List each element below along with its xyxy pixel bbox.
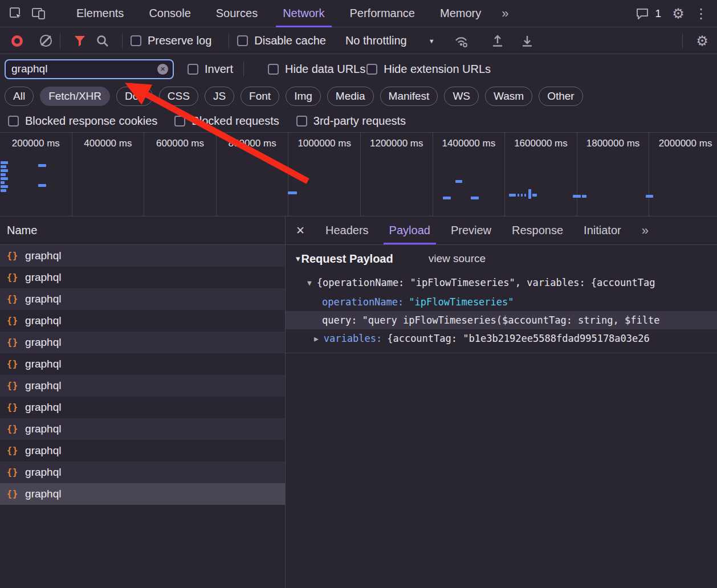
tab-sources[interactable]: Sources — [203, 0, 270, 27]
invert-checkbox[interactable] — [188, 64, 198, 75]
hide-extension-urls-checkbox[interactable] — [366, 64, 377, 75]
payload-value: {accountTag: "b1e3b2192ee5588fdad995178a… — [387, 333, 650, 344]
third-party-requests-checkbox[interactable] — [296, 116, 307, 126]
hide-extension-urls-label: Hide extension URLs — [384, 63, 491, 76]
payload-root-row[interactable]: ▼ {operationName: "ipFlowTimeseries", va… — [286, 272, 717, 293]
request-row[interactable]: {}graphql — [0, 288, 285, 310]
hide-extension-urls-group: Hide extension URLs — [366, 63, 491, 76]
request-name: graphql — [25, 488, 61, 500]
blocked-response-cookies-label: Blocked response cookies — [25, 115, 157, 128]
request-row[interactable]: {}graphql — [0, 353, 285, 375]
network-conditions-icon[interactable] — [450, 30, 472, 52]
network-settings-gear-icon[interactable]: ⚙ — [691, 30, 714, 52]
json-resource-icon: {} — [7, 337, 18, 348]
request-row[interactable]: {}graphql — [0, 332, 285, 353]
request-name: graphql — [25, 358, 61, 370]
pill-img[interactable]: Img — [286, 87, 321, 106]
request-row[interactable]: {}graphql — [0, 245, 285, 267]
close-detail-icon[interactable]: ✕ — [286, 217, 315, 245]
tab-initiator[interactable]: Initiator — [573, 217, 632, 244]
json-resource-icon: {} — [7, 489, 18, 499]
name-column-header[interactable]: Name — [0, 217, 285, 245]
tab-headers[interactable]: Headers — [315, 217, 379, 244]
tab-console[interactable]: Console — [136, 0, 203, 27]
more-options-icon[interactable]: ⋮ — [690, 2, 712, 25]
json-resource-icon: {} — [7, 446, 18, 456]
request-row-selected[interactable]: {}graphql — [0, 483, 285, 505]
clear-filter-icon[interactable]: ✕ — [157, 64, 168, 75]
tab-network[interactable]: Network — [270, 0, 337, 27]
preserve-log-checkbox[interactable] — [131, 35, 141, 46]
payload-key: operationName: — [322, 296, 404, 308]
pill-doc[interactable]: Doc — [116, 87, 153, 106]
third-party-requests-group: 3rd-party requests — [296, 115, 406, 128]
view-source-link[interactable]: view source — [429, 252, 486, 265]
pill-fetch-xhr[interactable]: Fetch/XHR — [40, 87, 110, 106]
dropdown-caret-icon: ▼ — [429, 38, 435, 44]
blocked-requests-checkbox[interactable] — [174, 116, 185, 126]
import-har-icon[interactable] — [486, 30, 509, 52]
collapse-node-icon[interactable]: ▼ — [307, 279, 312, 287]
expand-node-icon[interactable]: ▶ — [314, 334, 319, 343]
divider — [229, 34, 229, 48]
pill-css[interactable]: CSS — [159, 87, 198, 106]
export-har-icon[interactable] — [516, 30, 539, 52]
throttling-select[interactable]: No throttling ▼ — [345, 34, 435, 47]
request-row[interactable]: {}graphql — [0, 267, 285, 288]
throttling-value: No throttling — [345, 34, 407, 47]
clear-network-log-icon[interactable] — [40, 35, 52, 47]
blocked-response-cookies-checkbox[interactable] — [8, 116, 19, 126]
hide-data-urls-group: Hide data URLs — [268, 63, 365, 76]
more-panels-icon[interactable]: » — [494, 0, 516, 27]
payload-row-variables[interactable]: ▶ variables: {accountTag: "b1e3b2192ee55… — [286, 329, 717, 348]
network-filter-field[interactable]: ✕ — [5, 59, 174, 79]
tab-preview[interactable]: Preview — [441, 217, 502, 244]
request-name: graphql — [25, 379, 61, 392]
devtools-window: { "icons": { "gear": "⚙", "kebab": "⋮", … — [0, 0, 717, 588]
request-row[interactable]: {}graphql — [0, 397, 285, 418]
collapse-section-icon[interactable]: ▾ — [296, 254, 300, 264]
settings-gear-icon[interactable]: ⚙ — [667, 2, 690, 25]
tab-memory[interactable]: Memory — [427, 0, 494, 27]
pill-js[interactable]: JS — [205, 87, 234, 106]
network-filter-input[interactable] — [11, 63, 157, 75]
payload-row-operation-name[interactable]: operationName: "ipFlowTimeseries" — [286, 293, 717, 311]
json-resource-icon: {} — [7, 424, 18, 434]
tab-elements[interactable]: Elements — [64, 0, 136, 27]
pill-wasm[interactable]: Wasm — [485, 87, 532, 106]
hide-data-urls-checkbox[interactable] — [268, 64, 279, 75]
request-row[interactable]: {}graphql — [0, 440, 285, 462]
request-row[interactable]: {}graphql — [0, 418, 285, 440]
json-resource-icon: {} — [7, 294, 18, 304]
device-toolbar-icon[interactable] — [27, 2, 50, 25]
request-row[interactable]: {}graphql — [0, 310, 285, 332]
tab-response[interactable]: Response — [502, 217, 573, 244]
disable-cache-checkbox[interactable] — [237, 35, 248, 46]
blocked-requests-label: Blocked requests — [192, 115, 279, 128]
request-name: graphql — [25, 315, 61, 327]
payload-row-query[interactable]: query: "query ipFlowTimeseries($accountT… — [286, 311, 717, 329]
request-row[interactable]: {}graphql — [0, 375, 285, 397]
search-icon[interactable] — [91, 30, 114, 52]
pill-manifest[interactable]: Manifest — [380, 87, 438, 106]
pill-all[interactable]: All — [5, 87, 34, 106]
tab-payload[interactable]: Payload — [379, 217, 441, 244]
record-network-log-button[interactable] — [11, 35, 23, 47]
waterfall-overview[interactable]: 200000 ms 400000 ms 600000 ms 800000 ms … — [0, 132, 717, 217]
json-resource-icon: {} — [7, 467, 18, 477]
pill-font[interactable]: Font — [241, 87, 279, 106]
pill-other[interactable]: Other — [539, 87, 583, 106]
inspect-element-icon[interactable] — [5, 2, 27, 25]
pill-media[interactable]: Media — [327, 87, 374, 106]
requests-list: {}graphql {}graphql {}graphql {}graphql … — [0, 245, 285, 505]
filter-icon[interactable] — [68, 30, 91, 52]
issues-icon[interactable] — [631, 2, 654, 25]
request-row[interactable]: {}graphql — [0, 462, 285, 483]
pill-ws[interactable]: WS — [444, 87, 479, 106]
devtools-tab-bar: Elements Console Sources Network Perform… — [0, 0, 717, 27]
divider — [60, 34, 60, 48]
blocked-filters-row: Blocked response cookies Blocked request… — [0, 109, 717, 132]
more-detail-tabs-icon[interactable]: » — [632, 217, 659, 244]
issues-count: 1 — [655, 7, 661, 20]
tab-performance[interactable]: Performance — [337, 0, 428, 27]
